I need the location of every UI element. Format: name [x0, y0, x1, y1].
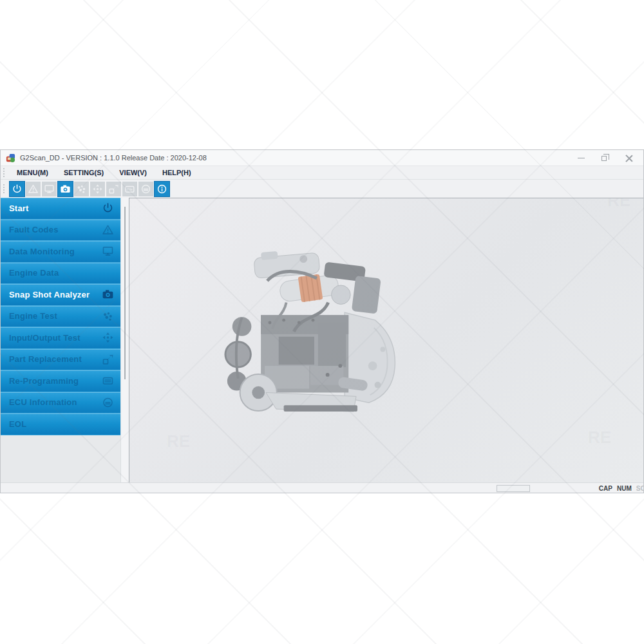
toolbar: File [1, 179, 643, 198]
title-bar: G2Scan_DD - VERSION : 1.1.0 Release Date… [1, 150, 643, 166]
warning-icon [101, 223, 115, 236]
gamepad-icon [101, 309, 115, 323]
sidebar-item-eol: EOL [1, 413, 120, 435]
status-bar: CAP NUM SCRL [1, 482, 643, 493]
sidebar-item-fault-codes: Fault Codes [1, 220, 120, 242]
arrow-share-icon [108, 183, 120, 195]
sidebar-item-engine-data: Engine Data [1, 263, 120, 285]
power-icon [11, 183, 23, 195]
sidebar-item-re-programming: Re-Programming [1, 370, 120, 392]
scroll-lock-indicator: SCRL [636, 485, 644, 492]
re-programming-button: File [122, 181, 138, 197]
file-icon [101, 374, 115, 388]
menu-item-view[interactable]: VIEW(V) [111, 169, 155, 176]
close-icon[interactable] [625, 154, 633, 162]
menu-item-setting[interactable]: SETTING(S) [56, 169, 111, 176]
part-replacement-button [106, 181, 122, 197]
window-title: G2Scan_DD - VERSION : 1.1.0 Release Date… [20, 154, 207, 162]
status-pane [497, 485, 530, 492]
sidebar-item-data-monitoring: Data Monitoring [1, 241, 120, 263]
dpad-arrows-icon [101, 331, 115, 345]
watermark: RE [167, 431, 190, 451]
sidebar-item-io-test: Input/Output Test [1, 327, 120, 349]
camera-icon [101, 288, 115, 301]
menu-bar: MENU(M) SETTING(S) VIEW(V) HELP(H) [1, 166, 643, 179]
app-logo-icon [6, 153, 15, 163]
sidebar: Start Fault Codes Data Monitoring Engine… [1, 198, 120, 482]
sidebar-item-ecu-information: ECU Information [1, 392, 120, 414]
data-monitoring-button [41, 181, 57, 197]
num-lock-indicator: NUM [617, 485, 632, 492]
sidebar-item-part-replacement: Part Replacement [1, 349, 120, 371]
snapshot-button[interactable] [57, 181, 73, 197]
fault-codes-button [25, 181, 41, 197]
gamepad-icon [75, 183, 88, 195]
vertical-scrollbar[interactable] [120, 198, 129, 482]
ecu-information-button [138, 181, 154, 197]
engine-photo [223, 241, 401, 412]
watermark: RE [607, 198, 630, 211]
engine-test-button [73, 181, 90, 197]
io-test-button [90, 181, 106, 197]
toolbar-grip[interactable] [3, 184, 6, 193]
power-icon [101, 202, 115, 215]
restore-icon[interactable] [601, 154, 609, 162]
menu-item-help[interactable]: HELP(H) [155, 169, 199, 176]
toolbar-grip[interactable] [3, 168, 6, 177]
main-panel: RE RE RE [129, 198, 643, 482]
arrow-share-icon [101, 352, 115, 366]
warning-icon [27, 183, 39, 195]
app-window: G2Scan_DD - VERSION : 1.1.0 Release Date… [0, 149, 644, 493]
watermark: RE [588, 428, 611, 448]
ecu-ring-icon [140, 183, 152, 195]
info-icon [156, 183, 168, 195]
sidebar-item-engine-test: Engine Test [1, 306, 120, 328]
start-button[interactable] [9, 181, 25, 197]
ecu-ring-icon [101, 395, 115, 409]
scrollbar-thumb[interactable] [124, 207, 126, 379]
file-icon: File [124, 183, 136, 195]
svg-text:File: File [127, 187, 132, 191]
sidebar-item-start[interactable]: Start [1, 198, 120, 220]
minimize-icon[interactable] [577, 154, 585, 162]
sidebar-item-snap-shot-analyzer[interactable]: Snap Shot Analyzer [1, 284, 120, 306]
menu-item-menu[interactable]: MENU(M) [9, 169, 56, 176]
caps-lock-indicator: CAP [599, 485, 612, 492]
monitor-icon [101, 245, 115, 258]
content-area: Start Fault Codes Data Monitoring Engine… [1, 198, 643, 482]
monitor-icon [43, 183, 55, 195]
dpad-arrows-icon [91, 183, 104, 195]
camera-icon [59, 183, 71, 195]
info-button[interactable] [154, 181, 170, 197]
